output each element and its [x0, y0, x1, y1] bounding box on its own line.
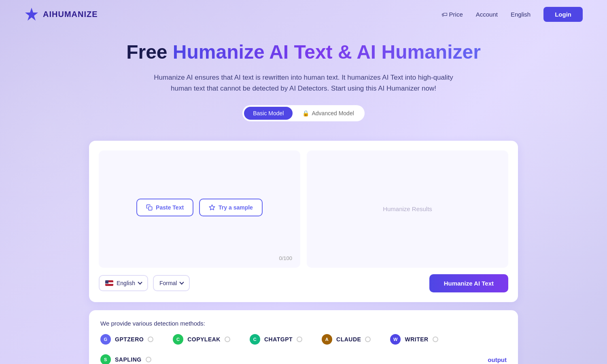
chatgpt-icon: C	[250, 334, 260, 345]
detection-item-sapling: SSAPLING	[100, 354, 151, 364]
account-link[interactable]: Account	[476, 11, 498, 18]
copyleak-icon: C	[173, 334, 183, 345]
language-selector-nav[interactable]: English	[511, 11, 531, 18]
detection-item-gptzero: GGPTZERO	[100, 334, 153, 345]
style-selector[interactable]: Formal	[153, 275, 190, 291]
navbar: AIHUMANIZE 🏷 Price Account English Login	[0, 0, 607, 28]
tab-basic-model[interactable]: Basic Model	[244, 107, 293, 120]
output-link[interactable]: output	[488, 356, 507, 363]
detection-item-copyleak: CCOPYLEAK	[173, 334, 230, 345]
detection-label: We provide various detection methods:	[100, 320, 507, 327]
writer-label: WRITER	[405, 336, 428, 343]
claude-label: CLAUDE	[336, 336, 361, 343]
claude-icon: A	[322, 334, 332, 345]
writer-icon: W	[390, 334, 401, 345]
gptzero-icon: G	[100, 334, 111, 345]
logo-area: AIHUMANIZE	[24, 7, 98, 21]
nav-right: 🏷 Price Account English Login	[441, 7, 583, 22]
try-sample-button[interactable]: Try a sample	[199, 199, 263, 216]
humanize-button[interactable]: Humanize AI Text	[429, 274, 508, 292]
logo-text: AIHUMANIZE	[43, 10, 98, 19]
gptzero-label: GPTZERO	[115, 336, 144, 343]
writer-radio[interactable]	[433, 336, 438, 342]
us-flag-icon	[105, 280, 113, 286]
detection-methods: GGPTZEROCCOPYLEAKCCHATGPTACLAUDEWWRITERS…	[100, 334, 507, 364]
hero-section: Free Humanize AI Text & AI Humanizer Hum…	[0, 28, 607, 141]
detection-section: We provide various detection methods: GG…	[89, 310, 518, 364]
claude-radio[interactable]	[365, 336, 371, 342]
gptzero-radio[interactable]	[148, 336, 153, 342]
chevron-down-icon	[138, 280, 142, 285]
svg-marker-0	[25, 8, 38, 21]
input-panel: Paste Text Try a sample 0/100	[99, 150, 300, 268]
detection-item-chatgpt: CCHATGPT	[250, 334, 302, 345]
char-count: 0/100	[279, 255, 292, 261]
language-selector[interactable]: English	[99, 275, 148, 291]
output-panel: Humanize Results	[307, 150, 508, 268]
hero-title-plain: Free	[126, 41, 173, 63]
paste-text-button[interactable]: Paste Text	[136, 199, 193, 216]
price-link[interactable]: 🏷 Price	[441, 11, 463, 18]
login-button[interactable]: Login	[543, 7, 583, 22]
sapling-radio[interactable]	[146, 357, 151, 362]
hero-description: Humanize AI ensures that AI text is rewr…	[146, 72, 461, 94]
chatgpt-radio[interactable]	[297, 336, 302, 342]
toolbar-left: English Formal	[99, 275, 190, 291]
main-card: Paste Text Try a sample 0/100 Humanize R…	[89, 141, 518, 302]
chatgpt-label: CHATGPT	[264, 336, 293, 343]
tab-advanced-model[interactable]: 🔒 Advanced Model	[293, 107, 363, 120]
hero-title: Free Humanize AI Text & AI Humanizer	[24, 40, 583, 64]
bottom-toolbar: English Formal Humanize AI Text	[99, 274, 508, 292]
lock-icon: 🔒	[302, 110, 309, 116]
action-buttons: Paste Text Try a sample	[136, 199, 263, 216]
editor-row: Paste Text Try a sample 0/100 Humanize R…	[99, 150, 508, 268]
output-placeholder: Humanize Results	[383, 205, 432, 212]
detection-item-claude: ACLAUDE	[322, 334, 371, 345]
logo-icon	[24, 7, 39, 21]
sapling-icon: S	[100, 354, 111, 364]
star-icon	[209, 204, 215, 211]
copyleak-radio[interactable]	[225, 336, 230, 342]
copyleak-label: COPYLEAK	[187, 336, 221, 343]
hero-title-gradient: Humanize AI Text & AI Humanizer	[173, 41, 481, 63]
model-tabs: Basic Model 🔒 Advanced Model	[242, 105, 365, 121]
sapling-label: SAPLING	[115, 356, 142, 363]
chevron-down-icon	[180, 280, 184, 285]
svg-rect-1	[149, 207, 152, 210]
detection-item-writer: WWRITER	[390, 334, 438, 345]
paste-icon	[146, 204, 153, 211]
svg-marker-2	[209, 205, 214, 210]
